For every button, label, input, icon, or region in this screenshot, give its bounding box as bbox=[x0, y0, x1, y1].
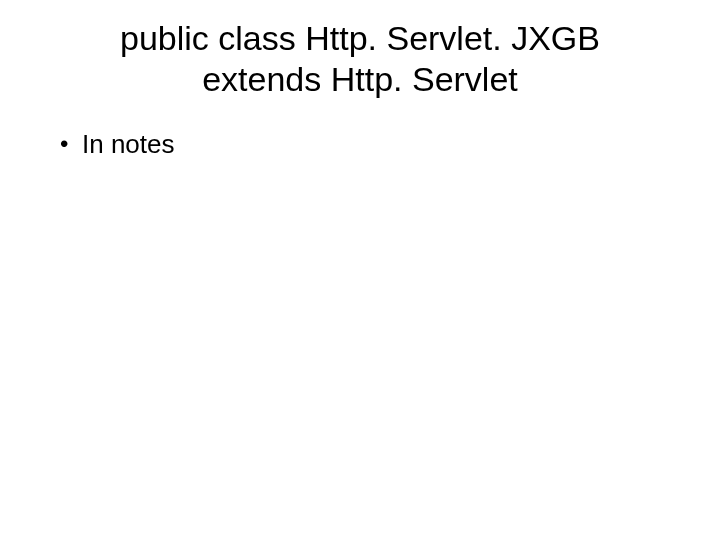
title-line-1: public class Http. Servlet. JXGB bbox=[120, 19, 600, 57]
list-item: In notes bbox=[58, 128, 670, 162]
bullet-text: In notes bbox=[82, 129, 175, 159]
bullet-list: In notes bbox=[50, 128, 670, 162]
slide: public class Http. Servlet. JXGB extends… bbox=[0, 0, 720, 540]
title-line-2: extends Http. Servlet bbox=[202, 60, 518, 98]
slide-title: public class Http. Servlet. JXGB extends… bbox=[50, 18, 670, 100]
